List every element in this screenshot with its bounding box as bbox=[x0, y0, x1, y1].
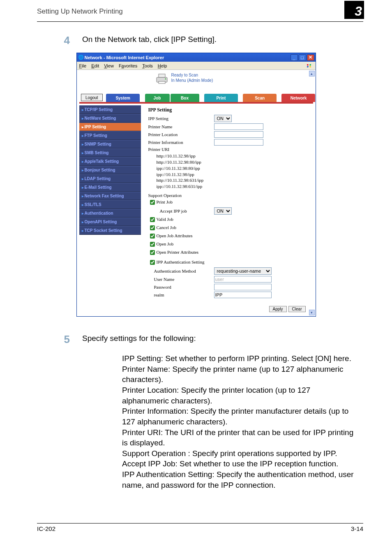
sidebar-item-e-mail-setting[interactable]: E-Mail Setting bbox=[79, 183, 141, 192]
clear-button[interactable]: Clear bbox=[288, 306, 306, 312]
chk-print-job[interactable] bbox=[150, 200, 155, 205]
printer-uri-entry: http://10.11.32.98:631/ipp bbox=[157, 177, 309, 183]
ie-window: 🌐 Network - Microsoft Internet Explorer … bbox=[76, 53, 316, 317]
tab-system[interactable]: System bbox=[106, 94, 140, 102]
sidebar-item-openapi-setting[interactable]: OpenAPI Setting bbox=[79, 218, 141, 226]
sidebar-item-snmp-setting[interactable]: SNMP Setting bbox=[79, 140, 141, 148]
chk-open-job-attr[interactable] bbox=[150, 234, 155, 239]
svg-rect-1 bbox=[159, 74, 165, 77]
svg-rect-2 bbox=[159, 81, 165, 83]
chk-valid-job[interactable] bbox=[150, 217, 155, 222]
svg-point-3 bbox=[165, 79, 166, 80]
ie-flag-icon bbox=[305, 63, 313, 69]
sidebar-item-ftp-setting[interactable]: FTP Setting bbox=[79, 131, 141, 140]
tab-job[interactable]: Job bbox=[145, 94, 170, 102]
label-ipp-setting: IPP Setting bbox=[148, 116, 214, 121]
label-user-name: User Name bbox=[154, 277, 214, 282]
label-auth-method: Authentication Method bbox=[154, 269, 214, 273]
input-printer-info[interactable] bbox=[214, 139, 263, 146]
step-number-4: 4 bbox=[29, 34, 82, 47]
label-ipp-auth-setting: IPP Authentication Setting bbox=[157, 259, 205, 264]
label-valid-job: Valid Job bbox=[157, 217, 173, 222]
label-realm: realm bbox=[154, 292, 214, 297]
chk-cancel-job[interactable] bbox=[150, 225, 155, 230]
tab-scan[interactable]: Scan bbox=[243, 94, 277, 102]
footer-right: 3-14 bbox=[351, 525, 363, 532]
printer-uri-entry: ipp://10.11.32.98:80/ipp bbox=[157, 165, 309, 171]
step-5-body: IPP Setting: Set whether to perform IPP … bbox=[122, 353, 355, 490]
sidebar-item-ipp-setting[interactable]: IPP Setting bbox=[79, 123, 141, 131]
printer-uri-entry: http://10.11.32.98:80/ipp bbox=[157, 159, 309, 165]
step-4-text: On the Network tab, click [IPP Setting]. bbox=[82, 34, 363, 47]
label-printer-name: Printer Name bbox=[148, 124, 214, 129]
scroll-up-button[interactable]: ▴ bbox=[309, 71, 315, 76]
printer-uri-entry: http://10.11.32.98/ipp bbox=[157, 153, 309, 159]
menu-help[interactable]: Help bbox=[158, 63, 167, 68]
chk-open-job[interactable] bbox=[150, 242, 155, 247]
sidebar-item-bonjour-setting[interactable]: Bonjour Setting bbox=[79, 166, 141, 174]
sidebar-item-appletalk-setting[interactable]: AppleTalk Setting bbox=[79, 157, 141, 166]
printer-uri-entry: ipp://10.11.32.98:631/ipp bbox=[157, 183, 309, 190]
label-open-job: Open Job bbox=[157, 241, 174, 246]
sidebar-item-tcp-socket-setting[interactable]: TCP Socket Setting bbox=[79, 226, 141, 235]
printer-uri-entry: ipp://10.11.32.98/ipp bbox=[157, 171, 309, 178]
minimize-button[interactable]: _ bbox=[291, 54, 298, 61]
ie-logo-icon: 🌐 bbox=[78, 55, 84, 60]
maximize-button[interactable]: □ bbox=[299, 54, 306, 61]
form-heading: IPP Setting bbox=[148, 107, 309, 113]
chapter-number-badge bbox=[344, 1, 364, 19]
tab-network[interactable]: Network bbox=[281, 94, 315, 102]
input-password[interactable] bbox=[214, 284, 272, 290]
label-open-job-attr: Open Job Attributes bbox=[157, 233, 193, 238]
status-line-2: In Menu (Admin Mode) bbox=[171, 78, 213, 83]
chk-open-printer-attr[interactable] bbox=[150, 250, 155, 255]
input-printer-location[interactable] bbox=[214, 131, 263, 138]
tab-box[interactable]: Box bbox=[171, 94, 199, 102]
label-cancel-job: Cancel Job bbox=[157, 225, 177, 230]
select-accept-ipp-job[interactable]: ON bbox=[214, 207, 232, 215]
input-realm[interactable] bbox=[214, 292, 272, 298]
menu-tools[interactable]: Tools bbox=[142, 63, 153, 68]
label-printer-info: Printer Information bbox=[148, 140, 214, 145]
label-open-printer-attr: Open Printer Attributes bbox=[157, 250, 199, 255]
label-printer-location: Printer Location bbox=[148, 132, 214, 137]
tab-print[interactable]: Print bbox=[204, 94, 238, 102]
ie-menubar: File Edit View Favorites Tools Help bbox=[77, 62, 316, 70]
chk-ipp-auth-setting[interactable] bbox=[150, 260, 155, 265]
menu-favorites[interactable]: Favorites bbox=[119, 63, 137, 68]
sidebar-item-authentication[interactable]: Authentication bbox=[79, 209, 141, 218]
ie-titlebar: 🌐 Network - Microsoft Internet Explorer … bbox=[77, 53, 316, 62]
label-accept-ipp-job: Accept IPP job bbox=[160, 208, 214, 213]
window-title: Network - Microsoft Internet Explorer bbox=[84, 55, 291, 60]
input-printer-name[interactable] bbox=[214, 123, 263, 130]
menu-view[interactable]: View bbox=[104, 63, 114, 68]
label-support-operation: Support Operation bbox=[148, 193, 309, 198]
logout-button[interactable]: Logout bbox=[81, 94, 103, 101]
status-line-1: Ready to Scan bbox=[171, 72, 213, 78]
close-button[interactable]: ✕ bbox=[307, 54, 314, 61]
sidebar-item-netware-setting[interactable]: NetWare Setting bbox=[79, 114, 141, 123]
input-user-name[interactable] bbox=[214, 276, 272, 283]
label-password: Password bbox=[154, 285, 214, 290]
sidebar-item-network-fax-setting[interactable]: Network Fax Setting bbox=[79, 192, 141, 200]
sidebar-item-ldap-setting[interactable]: LDAP Setting bbox=[79, 174, 141, 183]
label-print-job: Print Job bbox=[157, 199, 173, 204]
running-head: Setting Up Network Printing bbox=[37, 7, 344, 16]
sidebar-item-ssl-tls[interactable]: SSL/TLS bbox=[79, 200, 141, 209]
sidebar-item-tcp-ip-setting[interactable]: TCP/IP Setting bbox=[79, 105, 141, 114]
label-printer-uri: Printer URI bbox=[148, 147, 214, 152]
scroll-down-button[interactable]: ▾ bbox=[309, 310, 315, 315]
select-auth-method[interactable]: requesting-user-name bbox=[214, 267, 272, 275]
step-5-intro: Specify settings for the following: bbox=[82, 333, 363, 346]
menu-edit[interactable]: Edit bbox=[91, 63, 99, 68]
printer-status-icon bbox=[155, 72, 169, 86]
uri-list: http://10.11.32.98/ipphttp://10.11.32.98… bbox=[157, 153, 309, 190]
sidebar: TCP/IP SettingNetWare SettingIPP Setting… bbox=[79, 105, 141, 303]
apply-button[interactable]: Apply bbox=[269, 306, 287, 312]
step-number-5: 5 bbox=[29, 333, 82, 346]
select-ipp-setting[interactable]: ON bbox=[214, 115, 232, 122]
menu-file[interactable]: File bbox=[79, 63, 87, 68]
sidebar-item-smb-setting[interactable]: SMB Setting bbox=[79, 148, 141, 157]
footer-left: IC-202 bbox=[37, 525, 55, 532]
